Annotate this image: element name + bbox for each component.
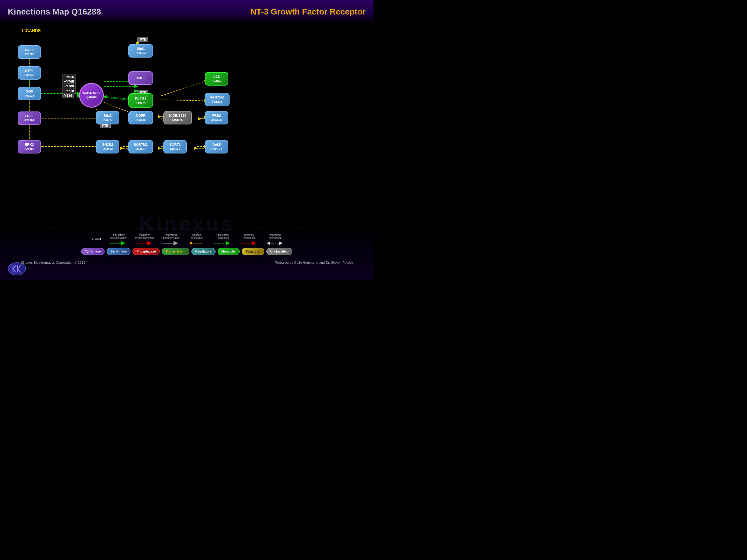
- legend-inhib-int: InhibitoryInteraction: [240, 234, 258, 245]
- node-shc2[interactable]: Shc2 P98077: [96, 111, 119, 125]
- node-lc8[interactable]: LC8 P63167: [205, 72, 228, 85]
- node-erk1[interactable]: ERK1 P27361: [18, 111, 41, 125]
- badge-ser-kinase: Ser Kinase: [107, 248, 130, 255]
- node-dok5[interactable]: Dok5 Q9P104: [205, 140, 228, 154]
- phospho-y834: Y834: [62, 93, 74, 98]
- node-ngf[interactable]: NGF P01138: [18, 87, 41, 100]
- page-title-left: Kinections Map Q16288: [8, 7, 101, 17]
- badge-regulatory: Regulatory: [191, 248, 215, 255]
- badge-transcription: Transcription: [162, 248, 189, 255]
- main-canvas: LIGANDS NTF3 P20783 NTF4 P34130 NGF P011…: [0, 23, 374, 225]
- header: Kinections Map Q16288 NT-3 Growth Factor…: [0, 0, 374, 23]
- legend-undef-phos: UndefinedPhosphorylation: [161, 234, 180, 245]
- node-erk2[interactable]: ERK2 P28482: [18, 140, 41, 154]
- svg-line-10: [161, 81, 207, 96]
- legend-badges: Tyr Kinase Ser Kinase Phosphatase Transc…: [0, 245, 374, 255]
- footer-right: Prepared by Colin Hammond and Dr. Steven…: [275, 259, 353, 264]
- node-ntf4[interactable]: NTF4 P34130: [18, 66, 41, 80]
- node-sort1[interactable]: SORT1 Q99523: [163, 140, 187, 154]
- node-shc1[interactable]: Shc1 P29353: [128, 44, 153, 58]
- kinexus-logo: [8, 262, 26, 275]
- node-sh2b2[interactable]: SH2B2 O14492: [96, 140, 119, 154]
- badge-structural: Structural: [242, 248, 264, 255]
- node-ht2a[interactable]: 5-HT(2A) P28223: [205, 93, 230, 106]
- node-ngfr[interactable]: NGFR P08138: [128, 111, 153, 125]
- legend-stim-int: StimulatoryInteraction: [214, 234, 232, 245]
- node-sqstm1[interactable]: SQSTM1 Q13501: [128, 140, 153, 154]
- node-kidins220[interactable]: KIDINS220 Q9ULH0: [163, 111, 192, 125]
- legend-stim-phos: StimulatoryPhosphorylation: [109, 234, 127, 245]
- footer-left: Kinexus Bioinformatics Corporation © 201…: [21, 259, 85, 264]
- svg-line-11: [161, 100, 207, 101]
- node-frs2[interactable]: FRS2 Q8WU20: [205, 111, 228, 125]
- badge-phosphatase: Phosphatase: [132, 248, 160, 255]
- connections-svg: [0, 23, 374, 225]
- node-ntf3[interactable]: NTF3 P20783: [18, 45, 41, 59]
- node-pik3[interactable]: PIK3: [128, 71, 153, 85]
- legend-title: Legend: [90, 234, 101, 241]
- node-plcg1[interactable]: PLCG1 P19174: [128, 93, 153, 108]
- node-trkc[interactable]: TrkC/NTRK3 Q16288: [79, 83, 104, 108]
- badge-tyr-kinase: Tyr Kinase: [81, 248, 105, 255]
- legend-inhib-phos: InhibitoryPhosphorylation: [135, 234, 154, 245]
- badge-unclassified: Unclassified: [266, 248, 292, 255]
- ptb-top: PTB: [137, 37, 148, 42]
- page-title-right: NT-3 Growth Factor Receptor: [251, 7, 366, 17]
- legend-area: Legend StimulatoryPhosphorylation Inhibi…: [0, 228, 374, 280]
- legend-dephos: Dephos-phorylation: [188, 234, 206, 245]
- legend-row: Legend StimulatoryPhosphorylation Inhibi…: [0, 229, 374, 245]
- svg-point-32: [189, 242, 192, 244]
- badge-metabolic: Metabolic: [217, 248, 240, 255]
- legend-undef-int: UndefinedInteraction: [265, 234, 284, 245]
- ligands-label: LIGANDS: [22, 28, 41, 33]
- footer-row: Kinexus Bioinformatics Corporation © 201…: [0, 258, 374, 265]
